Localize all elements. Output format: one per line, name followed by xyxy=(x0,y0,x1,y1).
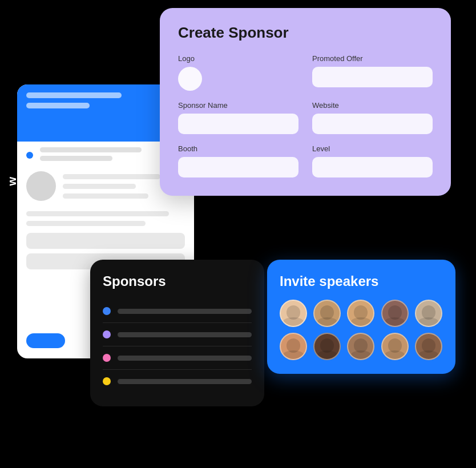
level-input[interactable] xyxy=(312,157,433,177)
list-item xyxy=(103,300,252,323)
logo-group: Logo xyxy=(178,54,298,91)
speaker-avatar-8[interactable] xyxy=(347,333,374,360)
invite-speakers-title: Invite speakers xyxy=(280,273,443,289)
sponsor-line-3 xyxy=(118,356,252,361)
create-sponsor-card: Create Sponsor Logo Promoted Offer Spons… xyxy=(160,8,451,196)
promoted-offer-group: Promoted Offer xyxy=(312,54,433,91)
promoted-offer-label: Promoted Offer xyxy=(312,54,433,63)
booth-group: Booth xyxy=(178,144,298,177)
nav-line-2 xyxy=(40,156,112,161)
logo-upload[interactable] xyxy=(178,67,202,91)
back-panel-button[interactable] xyxy=(26,333,65,348)
sponsor-name-label: Sponsor Name xyxy=(178,101,298,110)
invite-speakers-card: Invite speakers xyxy=(267,260,455,374)
speaker-avatar-2[interactable] xyxy=(313,300,341,327)
level-group: Level xyxy=(312,144,433,177)
sponsor-dot-blue xyxy=(103,307,111,315)
sponsor-line-1 xyxy=(118,309,252,314)
sponsor-dot-purple xyxy=(103,330,111,338)
speaker-avatar-grid xyxy=(280,300,443,360)
website-label: Website xyxy=(312,101,433,110)
create-sponsor-form: Logo Promoted Offer Sponsor Name Website… xyxy=(178,54,433,177)
sponsor-line-4 xyxy=(118,379,252,384)
sponsor-dot-yellow xyxy=(103,377,111,385)
detail-box xyxy=(26,233,185,249)
speaker-avatar-10[interactable] xyxy=(415,333,442,360)
content-line-1 xyxy=(63,174,160,179)
booth-label: Booth xyxy=(178,144,298,153)
sponsor-dot-pink xyxy=(103,354,111,362)
speaker-avatar-9[interactable] xyxy=(381,333,409,360)
sponsor-line-2 xyxy=(118,332,252,337)
level-label: Level xyxy=(312,144,433,153)
promoted-offer-input[interactable] xyxy=(312,67,433,87)
nav-line xyxy=(40,147,142,152)
list-item xyxy=(103,346,252,370)
sponsor-name-input[interactable] xyxy=(178,114,298,134)
list-item xyxy=(103,370,252,393)
speaker-avatar-3[interactable] xyxy=(347,300,374,327)
list-item xyxy=(103,323,252,346)
speaker-avatar-4[interactable] xyxy=(381,300,409,327)
website-input[interactable] xyxy=(312,114,433,134)
sponsors-card: Sponsors xyxy=(90,260,264,406)
sponsor-name-group: Sponsor Name xyxy=(178,101,298,134)
brand-logo: w xyxy=(6,177,19,186)
detail-line-2 xyxy=(26,221,146,226)
header-line-2 xyxy=(26,103,90,108)
detail-line-1 xyxy=(26,211,169,216)
sponsor-list xyxy=(103,300,252,393)
content-line-2 xyxy=(63,184,136,189)
speaker-avatar-6[interactable] xyxy=(280,333,307,360)
content-line-3 xyxy=(63,193,148,199)
website-group: Website xyxy=(312,101,433,134)
create-sponsor-title: Create Sponsor xyxy=(178,24,433,42)
speaker-avatar-5[interactable] xyxy=(415,300,442,327)
speaker-avatar-1[interactable] xyxy=(280,300,307,327)
logo-label: Logo xyxy=(178,54,298,63)
sidebar-icon xyxy=(26,152,33,159)
booth-input[interactable] xyxy=(178,157,298,177)
back-panel-avatar xyxy=(26,171,56,201)
sponsors-title: Sponsors xyxy=(103,273,252,289)
speaker-avatar-7[interactable] xyxy=(313,333,341,360)
header-line-1 xyxy=(26,92,122,98)
